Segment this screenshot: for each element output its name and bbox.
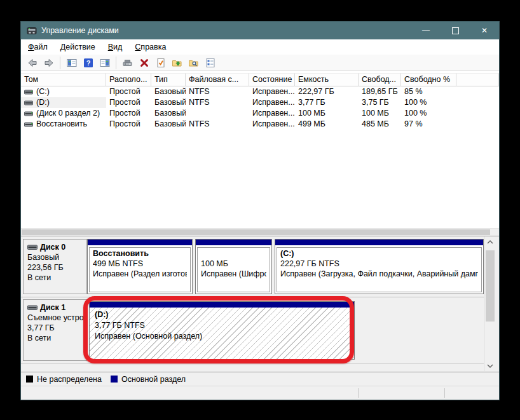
vertical-scrollbar[interactable] [484, 236, 495, 371]
tasks-button[interactable] [202, 56, 218, 70]
folder-explore-icon [188, 58, 199, 68]
properties-button[interactable] [153, 56, 168, 70]
menu-help[interactable]: Справка [128, 39, 172, 55]
title-bar: Управление дисками — ✕ [21, 22, 499, 39]
menu-action[interactable]: Действие [54, 39, 102, 55]
device-icon [122, 58, 133, 68]
column-header-type[interactable]: Тип [151, 73, 186, 86]
status-bar [21, 386, 499, 400]
horizontal-scrollbar[interactable] [21, 228, 499, 236]
partition-color-bar [88, 240, 192, 245]
forward-button[interactable] [41, 56, 57, 70]
show-action-pane-button[interactable] [97, 56, 113, 70]
legend-unallocated: Не распределена [26, 375, 102, 384]
partition-d-hatched-body: (D:) 3,77 ГБ NTFS Исправен (Основной раз… [90, 308, 354, 359]
partition-recovery[interactable]: Восстановить 499 МБ NTFS Исправен (Разде… [87, 239, 193, 294]
disk-icon [27, 304, 38, 311]
volume-row-c[interactable]: (C:) Простой Базовый NTFS Исправен... 22… [21, 86, 499, 97]
back-icon [27, 58, 38, 68]
svg-text:?: ? [86, 59, 90, 67]
minimize-button[interactable]: — [411, 22, 441, 39]
show-action-pane-icon [100, 58, 110, 68]
partition-color-bar [275, 240, 483, 245]
partition-color-bar [90, 302, 354, 308]
maximize-icon [452, 27, 459, 34]
partition-c[interactable]: (C:) 222,97 ГБ NTFS Исправен (Загрузка, … [275, 239, 484, 294]
column-header-layout[interactable]: Располо... [106, 73, 151, 86]
disk0-info[interactable]: Диск 0 Базовый 223,56 ГБ В сети [23, 239, 87, 294]
disk-graph-panel: Диск 0 Базовый 223,56 ГБ В сети Восстано… [21, 236, 499, 372]
chevron-down-icon [487, 364, 493, 368]
disk1-type: Съемное устройство [27, 313, 86, 323]
disk1-size: 3,77 ГБ [27, 323, 86, 333]
disk-icon [27, 244, 38, 250]
volume-icon [24, 100, 33, 106]
column-header-free[interactable]: Свобод... [359, 73, 401, 86]
disk1-status: В сети [27, 333, 86, 343]
back-button[interactable] [24, 56, 40, 70]
delete-button[interactable] [136, 56, 152, 70]
help-icon: ? [83, 58, 93, 68]
scroll-up-button[interactable] [485, 236, 495, 247]
column-header-capacity[interactable]: Емкость [295, 73, 359, 86]
folder-up-icon [172, 58, 182, 68]
column-header-empty[interactable] [456, 73, 499, 86]
close-button[interactable]: ✕ [470, 22, 499, 39]
scroll-down-button[interactable] [485, 360, 495, 371]
delete-icon [139, 58, 149, 68]
disk-management-window: Управление дисками — ✕ Файл Действие Вид… [20, 21, 500, 400]
show-console-tree-button[interactable] [64, 56, 79, 70]
volume-row-d[interactable]: (D:) Простой Базовый NTFS Исправен... 3,… [21, 97, 499, 108]
volume-row-disk0-part2[interactable]: (Диск 0 раздел 2) Простой Базовый Исправ… [21, 108, 499, 119]
toolbar-separator [116, 57, 116, 69]
menu-file[interactable]: Файл [22, 39, 54, 55]
volume-list: Том Располо... Тип Файловая с... Состоян… [21, 71, 499, 228]
disk1-info[interactable]: Диск 1 Съемное устройство 3,77 ГБ В сети [23, 299, 87, 361]
partition-color-bar [196, 240, 271, 245]
status-bar-divider [444, 388, 445, 398]
toolbar: ? [21, 55, 499, 71]
task-list-icon [205, 58, 216, 68]
column-header-filesystem[interactable]: Файловая с... [186, 73, 249, 86]
vertical-scrollbar-thumb[interactable] [486, 250, 495, 322]
chevron-up-icon [487, 240, 493, 244]
device-button[interactable] [120, 56, 135, 70]
disk0-type: Базовый [27, 252, 86, 262]
unallocated-swatch [26, 376, 33, 383]
horizontal-scrollbar-thumb[interactable] [22, 229, 490, 235]
show-console-tree-icon [67, 58, 77, 68]
column-header-free-pct[interactable]: Свободно % [401, 73, 456, 86]
explore-button[interactable] [186, 56, 202, 70]
primary-partition-swatch [111, 376, 118, 383]
legend: Не распределена Основной раздел [21, 372, 499, 386]
partition-efi[interactable]: 100 МБ Исправен (Шифрованный (EFI) систе… [195, 239, 272, 294]
help-button[interactable]: ? [80, 56, 96, 70]
disk0-size: 223,56 ГБ [27, 262, 86, 273]
toolbar-separator [60, 57, 60, 69]
volume-list-header: Том Располо... Тип Файловая с... Состоян… [21, 73, 499, 86]
column-header-volume[interactable]: Том [21, 73, 106, 86]
column-header-status[interactable]: Состояние [249, 73, 295, 86]
volume-row-recovery[interactable]: Восстановить Простой Базовый NTFS Исправ… [21, 119, 499, 130]
menu-bar: Файл Действие Вид Справка [21, 39, 499, 55]
menu-view[interactable]: Вид [102, 39, 129, 55]
forward-icon [44, 58, 54, 68]
properties-check-icon [156, 58, 166, 68]
disk0-status: В сети [27, 273, 86, 283]
status-bar-divider [358, 388, 359, 398]
legend-primary-partition: Основной раздел [111, 375, 186, 384]
volume-icon [24, 89, 33, 95]
maximize-button[interactable] [441, 22, 470, 39]
volume-icon [24, 111, 33, 117]
disk-row-separator [21, 297, 484, 297]
volume-icon [24, 121, 33, 128]
window-title: Управление дисками [41, 26, 119, 35]
disk-drive-icon [27, 25, 37, 36]
partition-d[interactable]: (D:) 3,77 ГБ NTFS Исправен (Основной раз… [89, 301, 355, 360]
open-button[interactable] [169, 56, 185, 70]
disk-row-separator [21, 363, 484, 363]
